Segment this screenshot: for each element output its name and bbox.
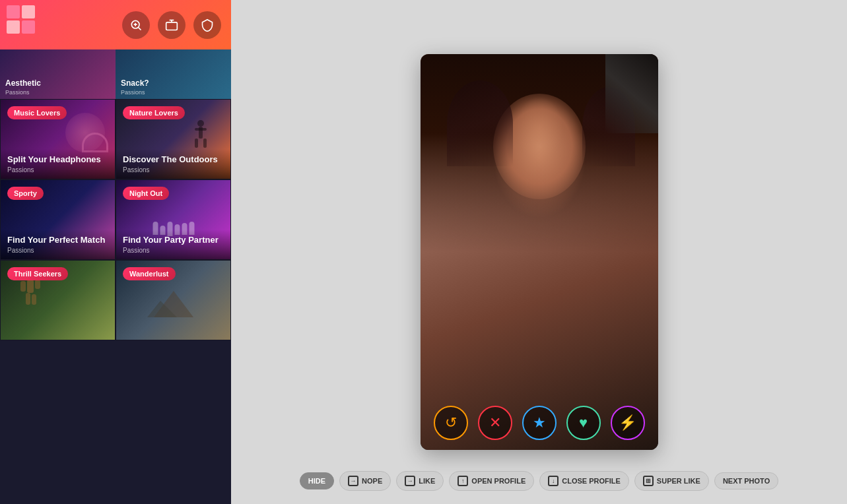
sporty-card[interactable]: Sporty Find Your Perfect Match Passions	[0, 179, 116, 260]
snack-card-label: Snack? Passions	[121, 79, 149, 96]
snack-card-subtitle: Passions	[121, 89, 149, 96]
nightout-card-title: Find Your Party Partner	[123, 235, 224, 245]
mountain-decoration	[147, 288, 200, 323]
search-match-icon	[129, 18, 143, 32]
thrill-badge: Thrill Seekers	[7, 267, 68, 280]
toolbar-nope-button[interactable]: → NOPE	[339, 471, 391, 491]
aesthetic-card[interactable]: Aesthetic Passions	[0, 49, 116, 99]
passion-cards-grid: Music Lovers Split Your Headphones Passi…	[0, 99, 231, 340]
svg-rect-11	[26, 293, 30, 305]
music-lovers-card[interactable]: Music Lovers Split Your Headphones Passi…	[0, 99, 116, 179]
nightout-card-content: Find Your Party Partner Passions	[116, 230, 230, 259]
profile-action-buttons: ↺ ✕ ★ ♥ ⚡	[421, 406, 658, 440]
svg-rect-8	[27, 280, 34, 293]
close-profile-button[interactable]: ↓ CLOSE PROFILE	[539, 471, 629, 491]
nature-card-content: Discover The Outdoors Passions	[116, 149, 230, 179]
thrill-seekers-card[interactable]: Thrill Seekers	[0, 260, 116, 340]
profile-card: ↺ ✕ ★ ♥ ⚡	[421, 54, 658, 450]
hide-label: HIDE	[308, 477, 325, 485]
sporty-badge: Sporty	[7, 187, 44, 200]
explore-icon	[165, 18, 178, 32]
nature-lovers-card[interactable]: Nature Lovers Discover The Outdoors Pass…	[116, 99, 231, 179]
svg-rect-4	[195, 139, 198, 148]
logo-block	[7, 20, 20, 34]
like-label: LIKE	[419, 477, 435, 485]
music-badge: Music Lovers	[7, 106, 67, 119]
aesthetic-card-label: Aesthetic Passions	[5, 79, 41, 96]
super-like-icon: ⊞	[643, 476, 654, 486]
explore-button[interactable]	[158, 11, 186, 39]
next-photo-label: NEXT PHOTO	[723, 477, 770, 485]
shield-button[interactable]	[193, 11, 221, 39]
shield-icon	[201, 18, 214, 32]
snack-card-title: Snack?	[121, 79, 149, 88]
music-card-subtitle: Passions	[7, 166, 108, 173]
super-like-button[interactable]: ⊞ SUPER LIKE	[634, 471, 709, 491]
open-profile-button[interactable]: ↑ OPEN PROFILE	[449, 471, 534, 491]
sporty-card-title: Find Your Perfect Match	[7, 235, 108, 245]
nightout-card[interactable]: Night Out Find Your Party Partner Passio…	[116, 179, 231, 260]
svg-rect-10	[35, 280, 40, 289]
hair-overlay	[447, 80, 513, 166]
left-panel: Aesthetic Passions Snack? Passions Music…	[0, 0, 231, 504]
nature-card-subtitle: Passions	[123, 166, 224, 173]
like-icon: →	[405, 476, 415, 486]
header-icons	[122, 11, 221, 39]
open-profile-label: OPEN PROFILE	[471, 477, 525, 485]
svg-rect-6	[195, 128, 207, 131]
music-card-title: Split Your Headphones	[7, 154, 108, 165]
snack-card[interactable]: Snack? Passions	[116, 49, 231, 99]
toolbar-like-button[interactable]: → LIKE	[396, 471, 444, 491]
nope-label: NOPE	[362, 477, 382, 485]
open-profile-icon: ↑	[457, 476, 468, 486]
wanderlust-card[interactable]: Wanderlust	[116, 260, 231, 340]
search-match-button[interactable]	[122, 11, 150, 39]
nightout-card-subtitle: Passions	[123, 247, 224, 254]
next-photo-button[interactable]: NEXT PHOTO	[714, 472, 778, 489]
bg-dark-corner	[605, 54, 658, 133]
app-logo	[7, 5, 35, 34]
music-card-content: Split Your Headphones Passions	[1, 149, 115, 179]
bottom-toolbar: HIDE → NOPE → LIKE ↑ OPEN PROFILE ↓ CLOS…	[300, 471, 778, 491]
aesthetic-card-subtitle: Passions	[5, 89, 41, 96]
nope-icon: →	[348, 476, 358, 486]
svg-rect-12	[32, 294, 36, 305]
super-like-label: SUPER LIKE	[657, 477, 700, 485]
close-profile-icon: ↓	[548, 476, 559, 486]
right-panel: ↺ ✕ ★ ♥ ⚡ HIDE → NOPE → LIKE ↑ OPEN PROF…	[231, 0, 847, 504]
logo-block	[22, 20, 35, 34]
logo-block	[22, 5, 35, 18]
rewind-button[interactable]: ↺	[434, 406, 468, 440]
sporty-card-subtitle: Passions	[7, 247, 108, 254]
logo-block	[7, 5, 20, 18]
nature-badge: Nature Lovers	[123, 106, 185, 119]
sporty-card-content: Find Your Perfect Match Passions	[1, 230, 115, 259]
svg-rect-9	[20, 281, 26, 292]
profile-photo	[421, 54, 658, 450]
hide-button[interactable]: HIDE	[300, 472, 334, 489]
star-button[interactable]: ★	[522, 406, 557, 440]
aesthetic-card-title: Aesthetic	[5, 79, 41, 88]
heart-button[interactable]: ♥	[566, 406, 601, 440]
top-cards-row: Aesthetic Passions Snack? Passions	[0, 49, 231, 99]
svg-point-2	[197, 120, 204, 127]
close-profile-label: CLOSE PROFILE	[562, 477, 621, 485]
svg-rect-1	[166, 22, 178, 30]
nature-card-title: Discover The Outdoors	[123, 154, 224, 165]
nightout-badge: Night Out	[123, 187, 169, 200]
boost-button[interactable]: ⚡	[611, 406, 645, 440]
nope-button[interactable]: ✕	[478, 406, 512, 440]
wanderlust-badge: Wanderlust	[123, 267, 176, 280]
svg-rect-5	[203, 139, 207, 148]
left-header	[0, 0, 231, 49]
